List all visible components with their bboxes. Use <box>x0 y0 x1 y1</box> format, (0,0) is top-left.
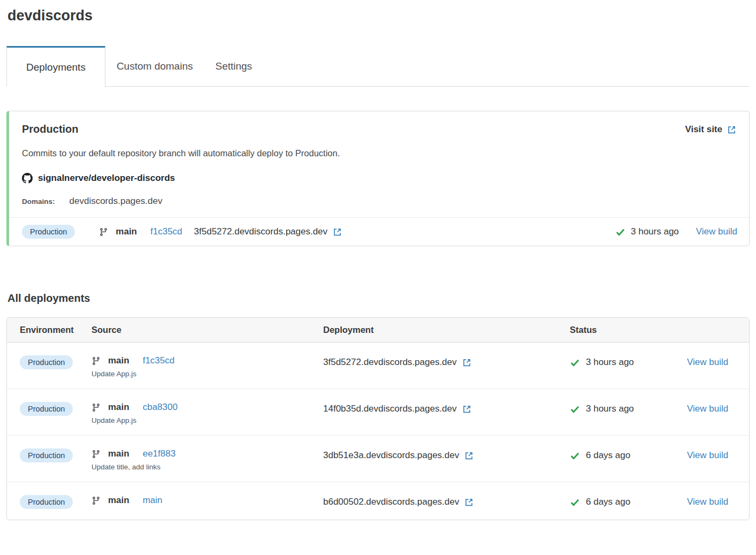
page-title: devdiscords <box>7 7 750 24</box>
table-row: Production main main b6d00502.devdiscord… <box>7 482 749 520</box>
status-time: 6 days ago <box>586 497 630 507</box>
commit-link[interactable]: cba8300 <box>143 402 178 413</box>
all-deployments-title: All deployments <box>7 292 750 305</box>
tab-deployments[interactable]: Deployments <box>6 46 105 87</box>
view-build-link[interactable]: View build <box>687 357 728 367</box>
commit-link[interactable]: f1c35cd <box>150 226 182 237</box>
view-build-link[interactable]: View build <box>687 497 728 507</box>
check-icon <box>570 451 580 461</box>
deployment-url: 3f5d5272.devdiscords.pages.dev <box>323 357 457 368</box>
view-build-link[interactable]: View build <box>696 226 737 237</box>
column-header-source: Source <box>91 325 323 335</box>
external-link-icon <box>727 125 736 134</box>
check-icon <box>615 227 625 237</box>
check-icon <box>570 497 580 507</box>
commit-link[interactable]: main <box>143 495 163 506</box>
deployment-url: b6d00502.devdiscords.pages.dev <box>323 497 459 507</box>
external-link-icon[interactable] <box>464 451 474 460</box>
branch-name: main <box>108 448 129 459</box>
check-icon <box>570 358 580 368</box>
production-card-title: Production <box>22 123 736 135</box>
environment-badge: Production <box>20 402 73 416</box>
tab-label: Settings <box>215 60 252 72</box>
deployment-url: 3db51e3a.devdiscords.pages.dev <box>323 450 459 461</box>
deployments-table: Environment Source Deployment Status Pro… <box>6 317 750 520</box>
production-latest-deployment-row: Production main f1c35cd 3f5d5272.devdisc… <box>9 217 749 246</box>
environment-badge: Production <box>20 495 73 509</box>
repo-name[interactable]: signalnerve/developer-discords <box>38 173 175 184</box>
branch-name: main <box>108 495 129 506</box>
git-branch-icon <box>99 227 108 237</box>
column-header-environment: Environment <box>20 325 91 335</box>
commit-message: Update App.js <box>91 370 323 378</box>
commit-link[interactable]: f1c35cd <box>143 355 175 366</box>
table-row: Production main cba8300 Update App.js 14… <box>7 389 749 436</box>
external-link-icon[interactable] <box>464 498 474 507</box>
branch-name: main <box>116 226 137 237</box>
status-time: 3 hours ago <box>586 357 634 368</box>
git-branch-icon <box>91 356 101 366</box>
check-icon <box>570 404 580 414</box>
environment-badge: Production <box>22 225 75 239</box>
status-time: 6 days ago <box>586 450 630 461</box>
view-build-link[interactable]: View build <box>687 404 728 414</box>
production-description: Commits to your default repository branc… <box>22 148 736 158</box>
table-header: Environment Source Deployment Status <box>7 318 749 343</box>
commit-message: Update App.js <box>91 416 323 424</box>
domains-label: Domains: <box>22 197 55 206</box>
environment-badge: Production <box>20 355 73 369</box>
status-time: 3 hours ago <box>631 226 679 237</box>
column-header-status: Status <box>570 325 687 335</box>
visit-site-label: Visit site <box>685 124 722 135</box>
status-time: 3 hours ago <box>586 404 634 414</box>
git-branch-icon <box>91 450 101 459</box>
git-branch-icon <box>91 403 101 412</box>
view-build-link[interactable]: View build <box>687 450 728 460</box>
tab-settings[interactable]: Settings <box>204 46 263 86</box>
external-link-icon[interactable] <box>333 227 342 237</box>
external-link-icon[interactable] <box>462 405 471 414</box>
branch-name: main <box>108 402 129 413</box>
branch-name: main <box>108 355 129 366</box>
external-link-icon[interactable] <box>462 358 471 367</box>
table-row: Production main ee1f883 Update title, ad… <box>7 436 749 482</box>
tab-label: Deployments <box>26 62 86 73</box>
git-branch-icon <box>91 496 101 505</box>
domains-value: devdiscords.pages.dev <box>70 196 163 207</box>
column-header-deployment: Deployment <box>323 325 570 335</box>
deployment-url: 3f5d5272.devdiscords.pages.dev <box>194 226 328 237</box>
commit-link[interactable]: ee1f883 <box>143 448 175 459</box>
environment-badge: Production <box>20 448 73 462</box>
tab-bar: Deployments Custom domains Settings <box>6 46 750 87</box>
deployment-url: 14f0b35d.devdiscords.pages.dev <box>323 404 457 414</box>
tab-custom-domains[interactable]: Custom domains <box>105 46 204 86</box>
table-row: Production main f1c35cd Update App.js 3f… <box>7 343 749 389</box>
github-icon <box>22 173 33 184</box>
production-card: Production Commits to your default repos… <box>6 111 750 246</box>
tab-label: Custom domains <box>117 60 193 72</box>
visit-site-link[interactable]: Visit site <box>685 124 736 135</box>
commit-message: Update title, add links <box>91 463 323 471</box>
